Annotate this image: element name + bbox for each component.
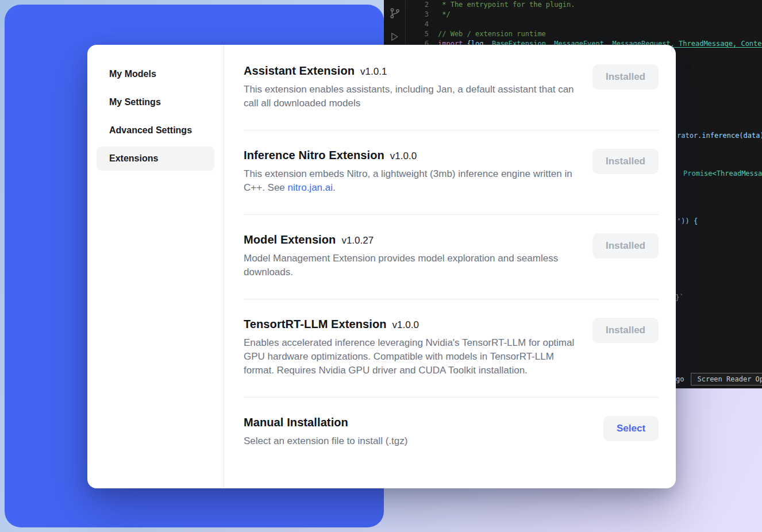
extension-row-model: Model Extension v1.0.27 Model Management… (244, 214, 659, 299)
extension-version: v1.0.27 (341, 235, 374, 246)
extensions-list: Assistant Extension v1.0.1 This extensio… (224, 45, 676, 488)
extension-name: Model Extension (244, 233, 336, 246)
extension-info: Manual Installation Select an extension … (244, 416, 585, 448)
installed-button[interactable]: Installed (592, 149, 659, 174)
sidebar-item-my-settings[interactable]: My Settings (97, 90, 214, 114)
installed-button[interactable]: Installed (592, 318, 659, 343)
extension-row-manual-installation: Manual Installation Select an extension … (244, 397, 659, 468)
extension-version: v1.0.1 (360, 66, 387, 78)
code-fragment: rator.inference(data)); (677, 132, 762, 140)
extension-name: TensortRT-LLM Extension (244, 318, 387, 331)
code-text (429, 20, 438, 29)
code-area: 2 * The entrypoint for the plugin. 3 */ … (406, 0, 762, 49)
extension-name: Manual Installation (244, 416, 348, 429)
extension-row-nitro: Inference Nitro Extension v1.0.0 This ex… (244, 130, 659, 214)
nitro-jan-ai-link[interactable]: nitro.jan.ai. (288, 182, 336, 193)
extension-description: Enables accelerated inference leveraging… (244, 336, 585, 377)
extension-description: This extension enables assistants, inclu… (244, 83, 585, 110)
line-number: 5 (406, 29, 429, 39)
sidebar-item-my-models[interactable]: My Models (97, 62, 214, 86)
sidebar-item-extensions[interactable]: Extensions (97, 147, 214, 171)
line-number: 2 (406, 0, 429, 10)
code-line: 5 // Web / extension runtime (406, 29, 762, 39)
line-number: 4 (406, 20, 429, 29)
installed-button[interactable]: Installed (592, 64, 659, 90)
run-debug-icon[interactable] (388, 31, 401, 44)
extension-info: TensortRT-LLM Extension v1.0.0 Enables a… (244, 318, 585, 377)
extension-info: Model Extension v1.0.27 Model Management… (244, 233, 585, 279)
extension-name: Assistant Extension (244, 64, 355, 78)
screen-reader-badge: Screen Reader Optimized (691, 373, 762, 385)
extension-row-tensorrt: TensortRT-LLM Extension v1.0.0 Enables a… (244, 299, 659, 397)
editor-status-bar: go Screen Reader Optimized (676, 373, 762, 385)
sidebar-item-advanced-settings[interactable]: Advanced Settings (97, 118, 214, 142)
source-control-icon[interactable] (388, 7, 401, 20)
line-number: 3 (406, 10, 429, 20)
extension-version: v1.0.0 (390, 151, 417, 162)
code-text: // Web / extension runtime (429, 29, 546, 39)
select-file-button[interactable]: Select (603, 416, 659, 441)
settings-sidebar: My Models My Settings Advanced Settings … (87, 45, 224, 488)
extension-description: Select an extension file to install (.tg… (244, 434, 585, 448)
installed-button[interactable]: Installed (592, 233, 659, 259)
code-line: 4 (406, 20, 762, 29)
extension-description: This extension embeds Nitro, a lightweig… (244, 167, 585, 195)
code-line: 2 * The entrypoint for the plugin. (406, 0, 762, 10)
extension-version: v1.0.0 (392, 319, 419, 331)
page-background: 2 * The entrypoint for the plugin. 3 */ … (0, 0, 762, 532)
status-text: go (676, 375, 684, 383)
code-fragment: Promise<ThreadMessage> (683, 169, 762, 178)
code-fragment: ')) { (677, 217, 698, 225)
extension-description: Model Management Extension provides mode… (244, 252, 585, 279)
code-text: */ (429, 10, 451, 20)
settings-modal: My Models My Settings Advanced Settings … (87, 45, 676, 488)
code-text: * The entrypoint for the plugin. (429, 0, 575, 10)
code-line: 3 */ (406, 10, 762, 20)
extension-name: Inference Nitro Extension (244, 149, 384, 162)
extension-info: Assistant Extension v1.0.1 This extensio… (244, 64, 585, 110)
extension-row-assistant: Assistant Extension v1.0.1 This extensio… (244, 46, 659, 130)
extension-info: Inference Nitro Extension v1.0.0 This ex… (244, 149, 585, 195)
